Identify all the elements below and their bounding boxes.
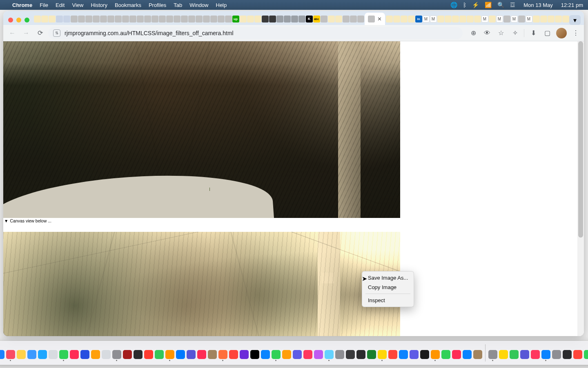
dock-app[interactable] [186,345,196,361]
dock-app[interactable] [377,345,387,361]
menubar-app-name[interactable]: Chrome [12,2,32,8]
dock-app[interactable] [122,345,132,361]
background-tab[interactable]: M [430,16,437,22]
dock-app[interactable] [207,345,217,361]
background-tab[interactable] [269,16,276,22]
background-tab[interactable] [335,16,342,22]
background-tab[interactable] [408,16,415,22]
dock-app[interactable] [367,345,376,361]
dock-app[interactable] [520,345,530,361]
dock-app[interactable] [80,345,90,361]
dock-app[interactable] [441,345,451,361]
dock-app[interactable] [271,345,281,361]
menu-edit[interactable]: Edit [56,2,65,8]
background-tab[interactable] [459,16,466,22]
status-bluetooth-icon[interactable]: ᛒ [463,2,466,8]
dock-app[interactable] [6,345,16,361]
background-tab[interactable] [218,16,225,22]
background-tab[interactable] [210,16,217,22]
background-tab[interactable] [188,16,195,22]
background-tab[interactable]: M [511,16,518,22]
window-zoom-button[interactable] [24,18,29,22]
dock-app[interactable] [261,345,270,361]
dock-app[interactable] [409,345,419,361]
reader-icon[interactable]: 👁 [482,29,492,37]
bookmark-star-icon[interactable]: ☆ [496,29,506,37]
background-tab[interactable] [328,16,335,22]
background-tab[interactable] [437,16,444,22]
context-copy-image[interactable]: Copy Image [362,283,414,292]
background-tab[interactable] [343,16,350,22]
menu-file[interactable]: File [40,2,48,8]
background-tab[interactable] [533,16,540,22]
dock-app[interactable] [176,345,185,361]
background-tab[interactable] [93,16,100,22]
background-tab[interactable]: K [306,16,313,22]
background-tab[interactable] [467,16,474,22]
forward-button[interactable]: → [20,27,32,39]
background-tab[interactable] [298,16,305,22]
zoom-icon[interactable]: ⊕ [468,29,478,37]
canvas-caption-row[interactable]: ▼ Canvas view below ... [3,218,400,224]
dock-app[interactable] [488,345,498,361]
background-tab[interactable] [254,16,261,22]
dock-app[interactable] [345,345,355,361]
window-minimize-button[interactable] [16,18,21,22]
extensions-icon[interactable]: ✧ [510,29,520,37]
chrome-menu-icon[interactable]: ⋮ [571,29,581,37]
background-tab[interactable] [34,16,41,22]
dock-app[interactable] [197,345,207,361]
dock-app[interactable] [16,345,26,361]
background-tab[interactable] [144,16,151,22]
background-tab[interactable] [284,16,291,22]
menubar-time[interactable]: 12:21 pm [561,2,583,8]
background-tab[interactable] [393,16,400,22]
background-tab[interactable] [174,16,180,22]
background-tab[interactable] [350,16,357,22]
reload-button[interactable]: ⟳ [34,27,46,39]
background-tab[interactable] [503,16,510,22]
status-battery-icon[interactable]: ⚡ [472,2,479,8]
menubar-date[interactable]: Mon 13 May [523,2,553,8]
status-globe-icon[interactable]: 🌐 [450,2,457,8]
active-tab[interactable]: ✕ [365,13,385,25]
background-tab[interactable]: in [415,16,422,22]
dock-app[interactable] [165,345,175,361]
background-tab[interactable] [71,16,78,22]
background-tab[interactable] [386,16,393,22]
background-tab[interactable] [137,16,144,22]
dock-app[interactable] [69,345,79,361]
background-tab[interactable] [540,16,547,22]
dock-app[interactable] [239,345,249,361]
dock-app[interactable] [452,345,461,361]
profile-avatar[interactable] [556,28,567,38]
background-tab[interactable]: M [481,16,488,22]
background-tab[interactable] [85,16,92,22]
background-tab[interactable] [225,16,232,22]
dock-app[interactable] [399,345,408,361]
dock-app[interactable] [112,345,122,361]
dock-app[interactable] [420,345,430,361]
dock-app[interactable] [282,345,292,361]
background-tab[interactable]: M [423,16,430,22]
close-tab-icon[interactable]: ✕ [377,16,382,22]
dock-app[interactable] [584,345,588,361]
background-tab[interactable] [159,16,166,22]
dock-app[interactable] [314,345,323,361]
menu-history[interactable]: History [91,2,107,8]
background-tab[interactable] [41,16,48,22]
canvas-image-bottom[interactable] [3,232,400,336]
dock-app[interactable] [229,345,238,361]
downloads-icon[interactable]: ⬇ [528,29,538,37]
background-tab[interactable] [276,16,283,22]
dock-app[interactable] [0,345,5,361]
background-tab[interactable] [452,16,459,22]
background-tab[interactable] [196,16,203,22]
dock-app[interactable] [91,345,100,361]
background-tab[interactable] [115,16,122,22]
dock-app[interactable] [101,345,111,361]
background-tab[interactable] [445,16,452,22]
background-tab[interactable] [100,16,107,22]
context-save-image-as[interactable]: Save Image As... [362,273,414,283]
page-content[interactable]: ▼ Canvas view below ... [3,41,577,336]
